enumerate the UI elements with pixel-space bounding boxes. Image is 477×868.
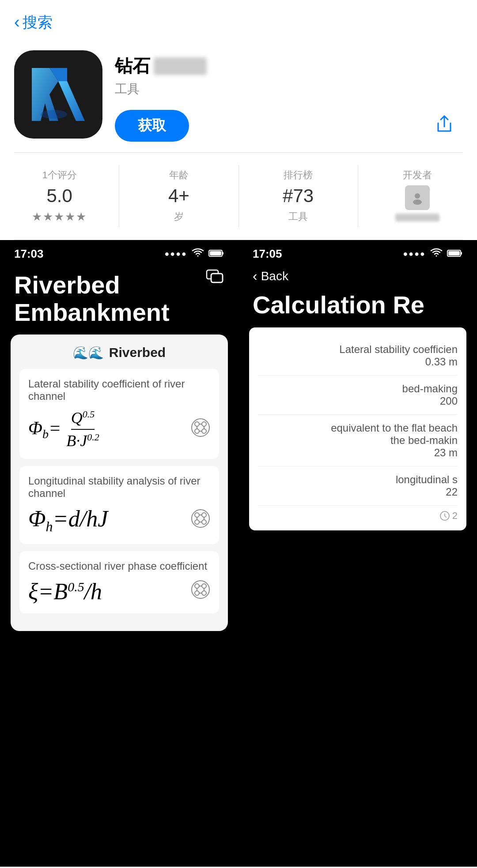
result-row-1: Lateral stability coefficien 0.33 m xyxy=(258,336,458,376)
svg-point-34 xyxy=(195,591,199,595)
back-button[interactable]: ‹ 搜索 xyxy=(14,12,463,33)
svg-point-32 xyxy=(195,584,199,588)
formula-icon-2 xyxy=(191,509,210,532)
back-nav-right: ‹ Back xyxy=(238,264,477,289)
status-icons-left: ●●●● xyxy=(165,248,225,260)
battery-icon-right xyxy=(447,248,463,260)
footer-time: 2 xyxy=(452,510,458,522)
result-label-4: longitudinal s xyxy=(258,473,458,486)
formula-icon-1 xyxy=(191,418,210,441)
app-name-blurred xyxy=(154,57,207,75)
rating-label: 1个评分 xyxy=(42,169,77,182)
formula-row-1: Φb= Q0.5 B·J0.2 xyxy=(28,409,210,450)
stat-rating: 1个评分 5.0 ★★★★★ xyxy=(0,165,119,227)
formula-row-2: Φh=d/hJ xyxy=(28,506,210,535)
svg-point-6 xyxy=(413,199,422,205)
share-button[interactable] xyxy=(435,114,454,138)
back-label: 搜索 xyxy=(23,12,53,33)
section-title-row: 🌊🌊 Riverbed xyxy=(19,345,219,360)
formula-card-2: Longitudinal stability analysis of river… xyxy=(19,466,219,544)
formula-row-3: ξ=B0.5/h xyxy=(28,579,210,605)
screenshots-scroll: 17:03 ●●●● xyxy=(0,240,477,867)
status-icons-right: ●●●● xyxy=(403,248,463,260)
result-value-2: 200 xyxy=(258,395,458,407)
screenshot-left: 17:03 ●●●● xyxy=(0,240,238,867)
stat-age: 年龄 4+ 岁 xyxy=(119,165,238,227)
status-bar-left: 17:03 ●●●● xyxy=(0,240,238,264)
result-value-1: 0.33 m xyxy=(258,356,458,368)
svg-point-25 xyxy=(195,520,199,524)
result-row-3: equivalent to the flat beachthe bed-maki… xyxy=(258,415,458,466)
screen-title-right: Calculation Re xyxy=(238,289,477,327)
svg-rect-11 xyxy=(211,274,223,282)
stats-row: 1个评分 5.0 ★★★★★ 年龄 4+ 岁 排行榜 #73 工具 开发者 xyxy=(0,153,477,240)
formula-card-3: Cross-sectional river phase coefficient … xyxy=(19,551,219,613)
formula-math-2: Φh=d/hJ xyxy=(28,506,108,535)
back-chevron-icon: ‹ xyxy=(14,14,20,30)
svg-point-31 xyxy=(192,581,209,598)
screenshots-section: 17:03 ●●●● xyxy=(0,240,477,867)
svg-point-16 xyxy=(195,429,199,433)
stat-rank: 排行榜 #73 工具 xyxy=(239,165,358,227)
result-label-3: equivalent to the flat beachthe bed-maki… xyxy=(258,422,458,447)
stars: ★★★★★ xyxy=(32,210,87,224)
formula-icon-3 xyxy=(191,580,210,603)
time-left: 17:03 xyxy=(14,247,44,261)
result-label-2: bed-making xyxy=(258,383,458,395)
rank-sub: 工具 xyxy=(288,210,308,223)
stat-developer: 开发者 xyxy=(358,165,477,227)
svg-point-26 xyxy=(202,520,206,524)
svg-point-22 xyxy=(192,510,209,527)
dev-label: 开发者 xyxy=(403,169,432,182)
result-label-1: Lateral stability coefficien xyxy=(258,343,458,356)
svg-rect-8 xyxy=(222,252,223,255)
formula-label-1: Lateral stability coefficient of river c… xyxy=(28,378,210,402)
wifi-icon-right xyxy=(430,248,443,260)
age-sub: 岁 xyxy=(174,210,184,223)
formula-math-1: Φb= Q0.5 B·J0.2 xyxy=(28,409,101,450)
svg-point-13 xyxy=(192,419,209,436)
header: ‹ 搜索 xyxy=(0,0,477,40)
phone-screen-right: 17:05 ●●●● xyxy=(238,240,477,867)
formula-label-3: Cross-sectional river phase coefficient xyxy=(28,560,210,572)
svg-point-17 xyxy=(202,429,206,433)
result-value-3: 23 m xyxy=(258,447,458,459)
age-label: 年龄 xyxy=(169,169,189,182)
screen-title-left: Riverbed Embankment xyxy=(0,264,238,334)
result-value-4: 22 xyxy=(258,486,458,498)
screenshot-right: 17:05 ●●●● xyxy=(238,240,477,867)
wifi-icon xyxy=(192,248,204,260)
app-icon xyxy=(14,50,102,139)
back-label-right: Back xyxy=(261,269,288,283)
formula-label-2: Longitudinal stability analysis of river… xyxy=(28,475,210,500)
signal-icon-right: ●●●● xyxy=(403,249,426,259)
get-button[interactable]: 获取 xyxy=(115,110,189,142)
svg-point-14 xyxy=(195,422,199,426)
time-right: 17:05 xyxy=(253,247,282,261)
svg-point-35 xyxy=(202,591,206,595)
rank-label: 排行榜 xyxy=(284,169,313,182)
app-name: 钻石 xyxy=(115,54,463,78)
app-details: 钻石 工具 获取 xyxy=(115,50,463,142)
formula-card-1: Lateral stability coefficient of river c… xyxy=(19,369,219,459)
svg-point-33 xyxy=(202,584,206,588)
result-row-2: bed-making 200 xyxy=(258,376,458,415)
signal-icon: ●●●● xyxy=(165,249,188,259)
rating-value: 5.0 xyxy=(46,185,72,207)
status-bar-right: 17:05 ●●●● xyxy=(238,240,477,264)
developer-avatar xyxy=(405,185,430,210)
formula-math-3: ξ=B0.5/h xyxy=(28,579,102,605)
section-icon: 🌊🌊 xyxy=(73,346,104,360)
app-info-section: 钻石 工具 获取 xyxy=(0,40,477,152)
battery-icon xyxy=(208,248,224,260)
rank-value: #73 xyxy=(283,185,314,207)
result-row-4: longitudinal s 22 xyxy=(258,466,458,506)
svg-rect-9 xyxy=(210,251,221,256)
svg-point-23 xyxy=(195,513,199,517)
svg-point-15 xyxy=(202,422,206,426)
svg-rect-42 xyxy=(448,251,460,256)
result-card: Lateral stability coefficien 0.33 m bed-… xyxy=(249,327,466,530)
screen-card-left: 🌊🌊 Riverbed Lateral stability coefficien… xyxy=(11,334,228,631)
svg-point-24 xyxy=(202,513,206,517)
corner-icon xyxy=(205,267,224,290)
